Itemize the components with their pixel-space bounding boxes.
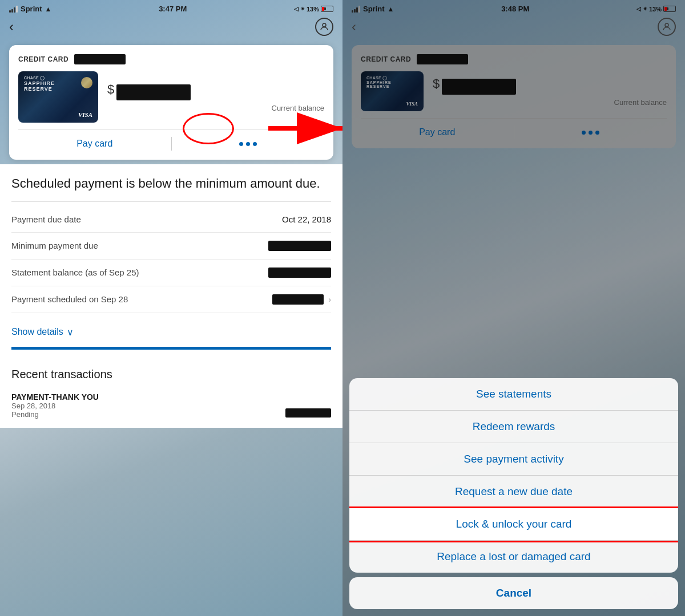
balance-label-left: Current balance: [107, 104, 324, 112]
info-rows: Payment due date Oct 22, 2018 Minimum pa…: [11, 202, 331, 318]
card-header-right: CREDIT CARD: [361, 54, 667, 64]
visa-logo-left: VISA: [78, 111, 92, 118]
card-widget-left: CREDIT CARD CHASE ◯ SAPPHIRERESERVE VISA…: [9, 45, 333, 160]
credit-card-image-right: CHASE ◯ SAPPHIRERESERVE VISA: [361, 71, 424, 111]
three-dots-left: [239, 142, 257, 146]
card-balance-left: $ Current balance: [107, 82, 324, 112]
card-balance-right: $ Current balance: [433, 76, 667, 107]
blue-divider: [11, 348, 331, 350]
dollar-amount-left: $: [107, 82, 324, 100]
card-body-left: CHASE ◯ SAPPHIRERESERVE VISA $ Current b…: [18, 71, 324, 123]
battery-percent-left: 13%: [307, 6, 319, 13]
card-hologram-left: [81, 77, 92, 88]
transaction-amount-redacted-0: [285, 408, 331, 418]
info-row-3[interactable]: Payment scheduled on Sep 28 ›: [11, 286, 331, 313]
visa-logo-right: VISA: [406, 101, 418, 107]
action-sheet-menu: See statements Redeem rewards See paymen…: [349, 378, 678, 573]
action-cancel-button[interactable]: Cancel: [349, 577, 678, 609]
back-button-left[interactable]: ‹: [9, 19, 14, 35]
balance-label-right: Current balance: [433, 98, 667, 107]
transaction-date-0: Sep 28, 2018: [11, 402, 331, 410]
credit-card-image-left: CHASE ◯ SAPPHIRERESERVE VISA: [18, 71, 98, 123]
info-row-right-3: ›: [272, 294, 331, 305]
transaction-name-0: PAYMENT-THANK YOU: [11, 392, 331, 402]
status-bar-right: Sprint ▲ 3:48 PM ◁ ✴ 13%: [342, 0, 685, 15]
card-number-redacted-left: [74, 54, 126, 64]
time-right: 3:48 PM: [501, 5, 529, 13]
action-lock-unlock-card[interactable]: Lock & unlock your card: [349, 508, 678, 541]
action-see-payment-activity[interactable]: See payment activity: [349, 443, 678, 476]
bank-logo-right: CHASE ◯: [366, 76, 418, 80]
card-label-right: CREDIT CARD: [361, 55, 411, 63]
carrier-left: Sprint: [21, 5, 42, 13]
battery-icon-right: [663, 6, 676, 12]
card-body-right: CHASE ◯ SAPPHIRERESERVE VISA $ Current b…: [361, 71, 667, 111]
card-actions-right: Pay card: [361, 118, 667, 139]
show-details-button[interactable]: Show details ∨: [11, 318, 331, 348]
action-replace-card[interactable]: Replace a lost or damaged card: [349, 541, 678, 573]
card-widget-right: CREDIT CARD CHASE ◯ SAPPHIRERESERVE VISA…: [352, 45, 676, 148]
info-value-redacted-2: [268, 268, 331, 278]
info-label-0: Payment due date: [11, 214, 81, 224]
show-details-label: Show details: [11, 327, 63, 337]
info-value-redacted-1: [268, 241, 331, 251]
battery-icon-left: [321, 6, 333, 12]
info-label-2: Statement balance (as of Sep 25): [11, 268, 139, 277]
three-dots-right: [582, 131, 599, 135]
amount-redacted-right: [442, 79, 516, 95]
chevron-right-icon: ›: [328, 295, 331, 304]
warning-text: Scheduled payment is below the minimum a…: [11, 164, 331, 202]
chevron-down-icon: ∨: [67, 327, 74, 338]
battery-percent-right: 13%: [649, 6, 662, 13]
nav-bar-left: ‹: [0, 15, 342, 40]
transaction-status-0: Pending: [11, 410, 331, 419]
amount-redacted-left: [116, 84, 191, 100]
action-see-statements[interactable]: See statements: [349, 378, 678, 411]
right-panel: Sprint ▲ 3:48 PM ◁ ✴ 13% ‹ CREDIT CARD: [342, 0, 685, 616]
svg-point-1: [665, 23, 668, 27]
bluetooth-icon-right: ✴: [643, 6, 647, 12]
info-label-3: Payment scheduled on Sep 28: [11, 294, 128, 304]
signal-bars-right: [352, 6, 360, 13]
wifi-icon-right: ▲: [388, 5, 394, 13]
more-button-right[interactable]: [514, 131, 667, 135]
svg-point-0: [323, 23, 326, 27]
bluetooth-icon-left: ✴: [300, 6, 305, 12]
status-bar-left: Sprint ▲ 3:47 PM ◁ ✴ 13%: [0, 0, 342, 15]
action-new-due-date[interactable]: Request a new due date: [349, 476, 678, 508]
carrier-right: Sprint: [363, 5, 385, 13]
dollar-amount-right: $: [433, 76, 667, 95]
wifi-icon-left: ▲: [45, 5, 52, 13]
action-sheet: See statements Redeem rewards See paymen…: [342, 378, 685, 616]
pay-card-button-left[interactable]: Pay card: [18, 139, 171, 149]
info-row-2: Statement balance (as of Sep 25): [11, 260, 331, 286]
info-row-1: Minimum payment due: [11, 233, 331, 260]
info-value-redacted-3: [272, 294, 324, 305]
info-label-1: Minimum payment due: [11, 241, 98, 250]
signal-bars-left: [9, 6, 18, 13]
dollar-sign-left: $: [107, 82, 114, 97]
profile-icon-left[interactable]: [315, 18, 333, 36]
card-actions-left: Pay card: [18, 129, 324, 151]
back-button-right[interactable]: ‹: [352, 19, 356, 35]
card-number-redacted-right: [417, 54, 468, 64]
transaction-item-0: PAYMENT-THANK YOU Sep 28, 2018 Pending: [11, 388, 331, 423]
location-icon-right: ◁: [636, 6, 641, 12]
location-icon-left: ◁: [294, 6, 299, 12]
action-redeem-rewards[interactable]: Redeem rewards: [349, 411, 678, 443]
recent-transactions: Recent transactions PAYMENT-THANK YOU Se…: [11, 359, 331, 428]
content-left: Scheduled payment is below the minimum a…: [0, 164, 342, 428]
info-row-0: Payment due date Oct 22, 2018: [11, 206, 331, 233]
dollar-sign-right: $: [433, 76, 440, 91]
more-button-left[interactable]: [172, 142, 325, 146]
left-panel: Sprint ▲ 3:47 PM ◁ ✴ 13% ‹ CREDIT CARD: [0, 0, 342, 616]
card-brand-right: SAPPHIRERESERVE: [366, 80, 418, 88]
nav-bar-right: ‹: [342, 15, 685, 40]
time-left: 3:47 PM: [159, 5, 187, 13]
profile-icon-right[interactable]: [658, 18, 676, 36]
card-label-left: CREDIT CARD: [18, 55, 68, 63]
recent-transactions-title: Recent transactions: [11, 368, 331, 381]
card-header-left: CREDIT CARD: [18, 54, 324, 64]
info-value-0: Oct 22, 2018: [282, 214, 331, 224]
pay-card-button-right[interactable]: Pay card: [361, 127, 514, 137]
